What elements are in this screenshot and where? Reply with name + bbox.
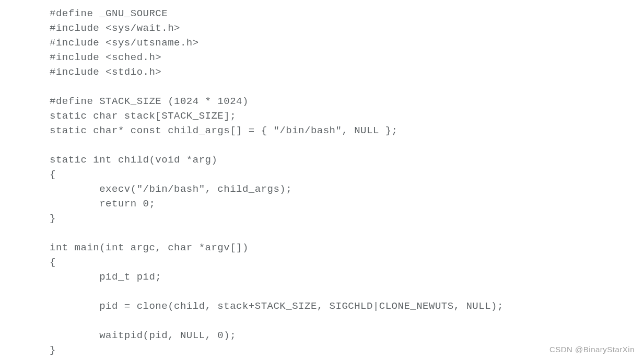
code-line: #include <stdio.h>	[50, 65, 644, 79]
code-line	[50, 79, 644, 94]
code-line: #include <sys/wait.h>	[50, 21, 644, 36]
code-line: {	[50, 255, 644, 270]
code-line: #define _GNU_SOURCE	[50, 6, 644, 21]
code-line: pid = clone(child, stack+STACK_SIZE, SIG…	[50, 299, 644, 314]
code-line	[50, 226, 644, 240]
code-line: #define STACK_SIZE (1024 * 1024)	[50, 94, 644, 109]
watermark-text: CSDN @BinaryStarXin	[549, 345, 635, 354]
code-line: static int child(void *arg)	[50, 153, 644, 167]
code-line: static char* const child_args[] = { "/bi…	[50, 123, 644, 138]
code-line: #include <sys/utsname.h>	[50, 36, 644, 50]
code-line: return 0;	[50, 196, 644, 211]
code-line: #include <sched.h>	[50, 50, 644, 65]
code-line: {	[50, 167, 644, 182]
code-line: static char stack[STACK_SIZE];	[50, 109, 644, 123]
code-line: }	[50, 211, 644, 226]
code-block: #define _GNU_SOURCE#include <sys/wait.h>…	[50, 6, 644, 357]
code-line: waitpid(pid, NULL, 0);	[50, 328, 644, 343]
code-line: pid_t pid;	[50, 270, 644, 284]
code-line	[50, 284, 644, 299]
code-line	[50, 138, 644, 153]
code-line: int main(int argc, char *argv[])	[50, 240, 644, 255]
code-line: execv("/bin/bash", child_args);	[50, 182, 644, 196]
code-line	[50, 314, 644, 328]
